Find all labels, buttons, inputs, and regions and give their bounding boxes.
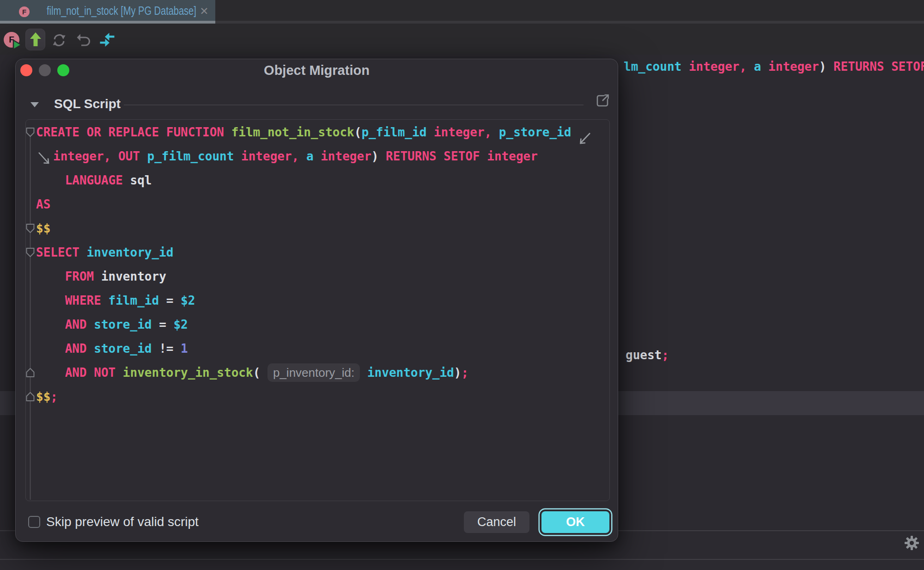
tab-film-not-in-stock[interactable]: F film_not_in_stock [My PG Database] ✕	[0, 0, 215, 21]
sql-line-12: $$;	[36, 385, 58, 409]
run-function-button[interactable]: F	[4, 32, 23, 51]
submit-button[interactable]	[25, 29, 45, 50]
converge-arrows-icon	[100, 32, 115, 48]
sql-line-7: FROM inventory	[36, 264, 166, 288]
skip-preview-checkbox[interactable]	[28, 516, 40, 528]
sql-line-8: WHERE film_id = $2	[36, 288, 195, 313]
tab-close-icon[interactable]: ✕	[197, 5, 211, 17]
section-separator-line	[124, 104, 584, 105]
cancel-button[interactable]: Cancel	[464, 511, 529, 533]
fold-region-start-marker[interactable]	[27, 224, 34, 233]
fold-region-end-marker[interactable]	[27, 368, 34, 377]
status-bar-bottom-border	[0, 559, 924, 560]
inlay-parameter-hint: p_inventory_id:	[267, 363, 360, 382]
open-in-new-window-icon	[596, 93, 610, 108]
function-icon: F	[19, 6, 30, 17]
open-in-new-window-button[interactable]	[596, 93, 610, 108]
play-icon	[12, 39, 23, 50]
editor-line-clipped-ddl: lm_count integer, a integer) RETURNS SET…	[624, 55, 924, 79]
jump-to-source-button[interactable]	[100, 32, 115, 48]
dialog-title: Object Migration	[15, 63, 618, 78]
collapse-section-icon[interactable]	[30, 102, 39, 107]
ok-button[interactable]: OK	[541, 511, 609, 533]
editor-line-guest: guest;	[626, 343, 669, 367]
soft-wrap-continuation-icon	[36, 151, 53, 166]
soft-wrap-indicator-icon	[576, 131, 594, 146]
application-window: lm_count integer, a integer) RETURNS SET…	[0, 0, 924, 570]
skip-preview-checkbox-label[interactable]: Skip preview of valid script	[46, 515, 199, 529]
sql-line-6: SELECT inventory_id	[36, 240, 173, 264]
gear-icon	[904, 535, 919, 551]
sql-line-9: AND store_id = $2	[36, 313, 188, 337]
undo-icon	[77, 33, 90, 47]
fold-region-end-marker[interactable]	[27, 392, 34, 401]
fold-region-start-marker[interactable]	[27, 128, 34, 136]
sql-line-2: integer, OUT p_film_count integer, a int…	[53, 144, 538, 168]
settings-gear-button[interactable]	[904, 535, 919, 551]
editor-tab-bar: F film_not_in_stock [My PG Database] ✕	[0, 0, 924, 24]
upload-arrow-icon	[28, 31, 43, 47]
sql-line-4: AS	[36, 192, 50, 216]
sql-line-11: AND NOT inventory_in_stock( p_inventory_…	[36, 361, 468, 385]
rollback-button[interactable]	[77, 33, 90, 47]
toolbar: F	[0, 24, 924, 55]
sql-script-section-label: SQL Script	[54, 97, 121, 111]
refresh-button[interactable]	[53, 32, 66, 48]
sql-line-5: $$	[36, 216, 50, 240]
sql-line-1: CREATE OR REPLACE FUNCTION film_not_in_s…	[36, 120, 571, 144]
sql-line-3: LANGUAGE sql	[36, 168, 152, 192]
fold-region-start-marker[interactable]	[27, 248, 34, 257]
editor-gutter	[26, 120, 36, 501]
refresh-icon	[53, 32, 66, 48]
sql-line-10: AND store_id != 1	[36, 337, 188, 361]
tab-label: film_not_in_stock [My PG Database]	[47, 0, 196, 21]
